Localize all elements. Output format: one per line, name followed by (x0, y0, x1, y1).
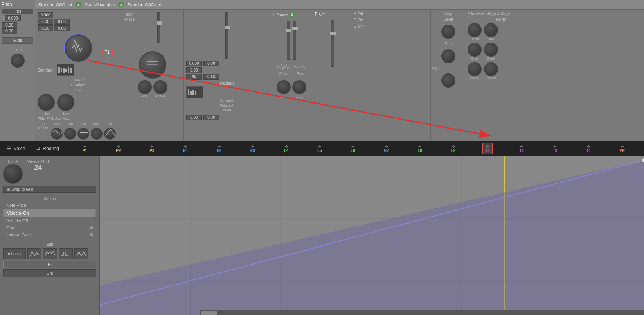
mod-tab-label-p2: P2 (116, 149, 121, 153)
amp-level-label: Level (432, 17, 464, 21)
osc1-phase-knob[interactable] (57, 94, 74, 111)
mod-tab-t3[interactable]: ✛T3 (550, 143, 560, 154)
mod-tab-t1[interactable]: ✛T1 (482, 143, 493, 154)
effects-size-label: Size (471, 57, 478, 61)
noise-pitch2-knob[interactable] (292, 80, 306, 94)
uni-button[interactable]: Uni (3, 269, 96, 277)
mod-tab-p1[interactable]: ✛P1 (80, 143, 90, 154)
mod-tab-label-l8: L8 (417, 149, 422, 153)
nav-routing[interactable]: ⇄ Routing (32, 144, 63, 153)
osc1-main-knob[interactable] (65, 34, 92, 62)
mod-tab-icon-l9: ✛ (452, 144, 455, 149)
osc2-filter-knob-row: Filter Phase (124, 80, 181, 98)
effects-color-knob[interactable] (484, 43, 498, 57)
mod-tab-vr[interactable]: ✛VR (617, 143, 627, 154)
source-item-4[interactable]: Inverse Gate (3, 231, 96, 238)
source-item-1[interactable]: Velocity On (3, 209, 96, 217)
effects-dw-knob[interactable] (484, 23, 498, 37)
noise-pitch2-label: Pitch (296, 96, 303, 99)
edit-wave3[interactable] (59, 248, 73, 259)
effects-delay-knob[interactable] (468, 62, 482, 76)
mod-tab-l6[interactable]: ✛L6 (348, 143, 358, 154)
svg-rect-6 (80, 132, 88, 133)
mod-tab-label-e3: E3 (250, 149, 255, 153)
effects-chorus-knob[interactable] (484, 62, 498, 76)
mod-tab-e1[interactable]: ✛E1 (181, 143, 190, 154)
mod-tab-e7[interactable]: ✛E7 (382, 143, 391, 154)
osc3-pct: % (186, 74, 202, 80)
osc1-val5: 0.00 (54, 25, 70, 31)
bi-uni-section: Bi Uni (3, 261, 96, 277)
osc3-standard: Standard (186, 81, 267, 86)
source-item-0[interactable]: Note Pitch (3, 202, 96, 209)
osc1-pm1-knob[interactable] (64, 128, 76, 140)
mod-tab-l5[interactable]: ✛L5 (315, 143, 324, 154)
vertical-grid-section: Vertical Grid 24 (27, 159, 49, 172)
nav-voice[interactable]: ☰ Voice (3, 144, 29, 153)
noise-slider2[interactable] (293, 21, 296, 60)
glide-button[interactable]: Glide (2, 37, 33, 44)
mod-tab-p2[interactable]: ✛P2 (113, 143, 123, 154)
svg-rect-2 (63, 68, 65, 73)
mod-tab-l4[interactable]: ✛L4 (282, 143, 291, 154)
osc1-sine-knob[interactable] (51, 128, 63, 140)
osc1-standard-label: Standard (38, 68, 54, 72)
osc1-badge: 1 (75, 2, 81, 8)
mod-tab-label-t1: T1 (485, 149, 490, 153)
mod-tab-t2[interactable]: ✛T2 (517, 143, 526, 154)
osc1-tri-knob[interactable] (104, 128, 116, 140)
osc2-filter-knob[interactable] (138, 80, 152, 94)
source-item-3[interactable]: Gate (3, 224, 96, 231)
mod-tab-t4[interactable]: ✛T4 (584, 143, 593, 154)
effects-send-knob[interactable] (468, 23, 482, 37)
mod-tab-e3[interactable]: ✛E3 (248, 143, 257, 154)
effects-size-knob[interactable] (468, 43, 482, 57)
osc1-pm2-label: PM2 (47, 116, 54, 120)
osc2-main-knob[interactable] (139, 51, 166, 79)
mod-tab-label-e7: E7 (384, 149, 389, 153)
nav-voice-icon: ☰ (7, 146, 11, 151)
osc3-val2: 0.00 (203, 61, 219, 66)
edit-wave4[interactable] (74, 248, 88, 259)
bi-button[interactable]: Bi (3, 261, 96, 268)
osc-header: Standart OSC set 1 Dual Wavetable 2 Stan… (35, 0, 644, 10)
snap-to-grid-button[interactable]: ⊞ Snap to Grid (3, 186, 96, 193)
osc3-int-on: Int on (222, 108, 231, 112)
pitch-label: Pitch (2, 2, 33, 7)
osc1-aux-knob[interactable] (77, 128, 89, 140)
t1-badge-top[interactable]: T1 (102, 49, 113, 55)
noise-slider1[interactable] (287, 21, 290, 60)
level-knob[interactable] (3, 164, 23, 184)
amp-fb-knob[interactable] (441, 73, 455, 88)
osc1-pm1-knob-label: PM1 (67, 122, 74, 126)
edit-wave1[interactable] (27, 248, 41, 259)
amp-pan-knob[interactable] (441, 49, 455, 63)
effects-ecor: X EcoReY SByp Z SByp (468, 11, 510, 16)
osc1-pm2-knob[interactable] (91, 128, 103, 140)
amp-pan-label: Pan (432, 42, 464, 46)
mod-tab-e2[interactable]: ✛E2 (214, 143, 224, 154)
osc2-slider[interactable] (157, 12, 160, 43)
osc3-body: 0.000 0.00 0.00 % 6.000 Standard (184, 10, 270, 141)
filter-slider[interactable] (331, 20, 334, 67)
osc3-slider1[interactable] (225, 12, 228, 59)
edit-wave2[interactable] (43, 248, 57, 259)
mod-tab-label-t3: T3 (553, 149, 558, 153)
mod-tab-label-l4: L4 (284, 149, 289, 153)
mod-tab-l9[interactable]: ✛L9 (449, 143, 458, 154)
noise-pitch1-knob[interactable] (277, 80, 291, 94)
initialize-button[interactable]: Initialize (3, 248, 26, 259)
edit-section: Edit Initialize Bi Uni (3, 242, 96, 277)
mod-tab-p3[interactable]: ✛P3 (147, 143, 157, 154)
osc2-phase-knob[interactable] (153, 80, 167, 94)
time-knob[interactable] (11, 54, 25, 68)
scrollbar-thumb[interactable] (201, 311, 217, 315)
scrollbar[interactable] (200, 310, 644, 315)
source-item-2[interactable]: Velocity Off (3, 217, 96, 224)
osc1-filter-knob[interactable] (38, 94, 55, 111)
mod-tab-l8[interactable]: ✛L8 (415, 143, 425, 154)
source-section: Source Note PitchVelocity OnVelocity Off… (3, 197, 96, 238)
osc1-pm2-knob-label: PM2 (93, 122, 101, 126)
amp-level-knob[interactable] (441, 25, 455, 39)
edit-buttons: Initialize (3, 248, 96, 259)
